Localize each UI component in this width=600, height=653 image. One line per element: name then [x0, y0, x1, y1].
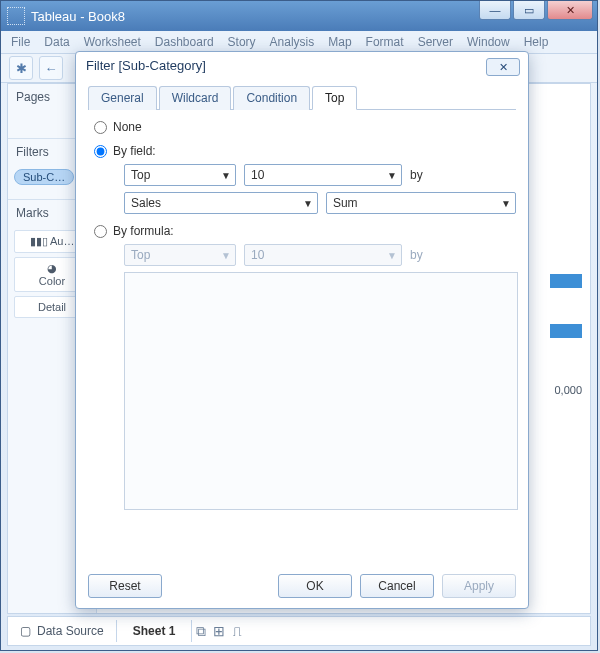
- menu-server[interactable]: Server: [418, 35, 453, 49]
- new-worksheet-icon[interactable]: ⧉: [192, 623, 210, 640]
- tab-condition[interactable]: Condition: [233, 86, 310, 110]
- axis-tick-label: 0,000: [554, 384, 582, 396]
- tab-top[interactable]: Top: [312, 86, 357, 110]
- color-icon: ◕: [47, 262, 57, 274]
- tab-general[interactable]: General: [88, 86, 157, 110]
- menu-analysis[interactable]: Analysis: [270, 35, 315, 49]
- field-agg-combo[interactable]: Sum▼: [326, 192, 516, 214]
- dialog-close-button[interactable]: ✕: [486, 58, 520, 76]
- sheet-tab-bar: ▢ Data Source Sheet 1 ⧉ ⊞ ⎍: [7, 616, 591, 646]
- menu-format[interactable]: Format: [366, 35, 404, 49]
- titlebar: Tableau - Book8 — ▭ ✕: [1, 1, 597, 31]
- field-direction-combo[interactable]: Top▼: [124, 164, 236, 186]
- field-count-combo[interactable]: 10▼: [244, 164, 402, 186]
- new-dashboard-icon[interactable]: ⊞: [210, 623, 228, 639]
- data-source-tab[interactable]: ▢ Data Source: [8, 620, 116, 642]
- menu-data[interactable]: Data: [44, 35, 69, 49]
- tableau-logo-icon[interactable]: ✱: [9, 56, 33, 80]
- close-button[interactable]: ✕: [547, 1, 593, 20]
- menu-file[interactable]: File: [11, 35, 30, 49]
- dialog-tabs: General Wildcard Condition Top: [88, 85, 516, 110]
- app-title: Tableau - Book8: [31, 9, 125, 24]
- dialog-button-row: Reset OK Cancel Apply: [88, 574, 516, 598]
- viz-bars: [550, 274, 582, 374]
- menu-help[interactable]: Help: [524, 35, 549, 49]
- back-button[interactable]: ←: [39, 56, 63, 80]
- by-label-1: by: [410, 168, 423, 182]
- reset-button[interactable]: Reset: [88, 574, 162, 598]
- sheet1-tab[interactable]: Sheet 1: [116, 620, 193, 642]
- formula-textarea: [124, 272, 518, 510]
- data-source-icon: ▢: [20, 624, 31, 638]
- ok-button[interactable]: OK: [278, 574, 352, 598]
- minimize-button[interactable]: —: [479, 1, 511, 20]
- radio-none[interactable]: [94, 121, 107, 134]
- menu-story[interactable]: Story: [228, 35, 256, 49]
- dialog-title: Filter [Sub-Category] ✕: [76, 52, 528, 79]
- menu-window[interactable]: Window: [467, 35, 510, 49]
- menu-worksheet[interactable]: Worksheet: [84, 35, 141, 49]
- field-measure-combo[interactable]: Sales▼: [124, 192, 318, 214]
- radio-by-formula[interactable]: [94, 225, 107, 238]
- option-by-field[interactable]: By field:: [94, 144, 516, 158]
- formula-count-combo: 10▼: [244, 244, 402, 266]
- menu-dashboard[interactable]: Dashboard: [155, 35, 214, 49]
- bar-icon: ▮▮▯: [30, 235, 48, 247]
- new-story-icon[interactable]: ⎍: [228, 623, 246, 639]
- cancel-button[interactable]: Cancel: [360, 574, 434, 598]
- maximize-button[interactable]: ▭: [513, 1, 545, 20]
- app-icon: [7, 7, 25, 25]
- app-window: Tableau - Book8 — ▭ ✕ File Data Workshee…: [0, 0, 598, 651]
- menu-map[interactable]: Map: [328, 35, 351, 49]
- by-label-2: by: [410, 248, 423, 262]
- filter-pill-subcategory[interactable]: Sub-C…: [14, 169, 74, 185]
- apply-button[interactable]: Apply: [442, 574, 516, 598]
- tab-wildcard[interactable]: Wildcard: [159, 86, 232, 110]
- radio-by-field[interactable]: [94, 145, 107, 158]
- filter-dialog: Filter [Sub-Category] ✕ General Wildcard…: [75, 51, 529, 609]
- formula-direction-combo: Top▼: [124, 244, 236, 266]
- option-none[interactable]: None: [94, 120, 516, 134]
- option-by-formula[interactable]: By formula:: [94, 224, 516, 238]
